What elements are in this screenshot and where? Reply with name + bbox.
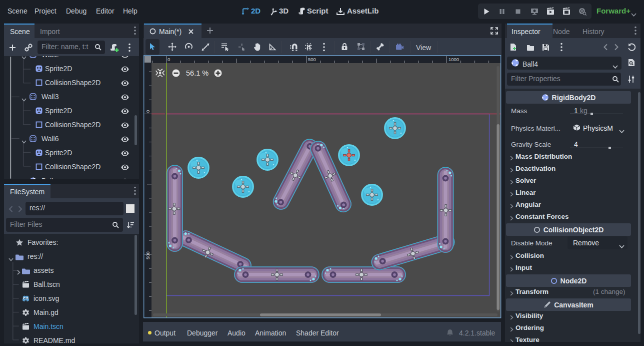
svg-text:56.1 %: 56.1 % bbox=[186, 69, 208, 77]
svg-text:500: 500 bbox=[145, 251, 150, 259]
svg-text:0: 0 bbox=[168, 57, 170, 62]
svg-text:0: 0 bbox=[145, 110, 150, 113]
svg-text:1000: 1000 bbox=[448, 57, 459, 62]
svg-text:500: 500 bbox=[308, 57, 316, 62]
